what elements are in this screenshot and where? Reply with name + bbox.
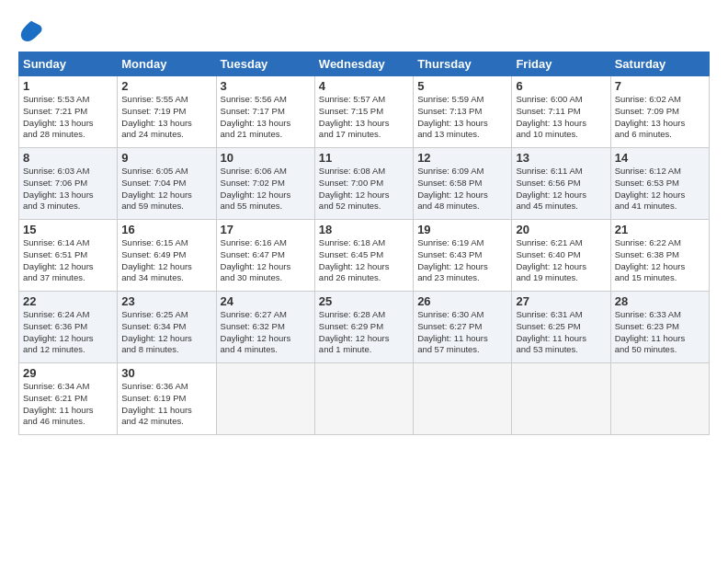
calendar-cell: 10Sunrise: 6:06 AM Sunset: 7:02 PM Dayli…	[216, 148, 314, 220]
week-row-0: 1Sunrise: 5:53 AM Sunset: 7:21 PM Daylig…	[19, 76, 710, 148]
day-number: 6	[516, 79, 606, 93]
day-info: Sunrise: 5:56 AM Sunset: 7:17 PM Dayligh…	[221, 94, 311, 141]
header-row: SundayMondayTuesdayWednesdayThursdayFrid…	[19, 52, 710, 76]
day-info: Sunrise: 5:55 AM Sunset: 7:19 PM Dayligh…	[121, 94, 211, 141]
calendar-cell: 4Sunrise: 5:57 AM Sunset: 7:15 PM Daylig…	[314, 76, 413, 148]
day-number: 5	[417, 79, 507, 93]
day-info: Sunrise: 6:06 AM Sunset: 7:02 PM Dayligh…	[221, 166, 311, 213]
day-number: 28	[615, 294, 705, 308]
calendar-cell: 9Sunrise: 6:05 AM Sunset: 7:04 PM Daylig…	[118, 148, 216, 220]
calendar-cell: 15Sunrise: 6:14 AM Sunset: 6:51 PM Dayli…	[19, 220, 118, 292]
header-day-thursday: Thursday	[414, 52, 512, 76]
day-info: Sunrise: 6:30 AM Sunset: 6:27 PM Dayligh…	[417, 309, 507, 356]
day-info: Sunrise: 6:27 AM Sunset: 6:32 PM Dayligh…	[221, 309, 311, 356]
calendar-cell: 21Sunrise: 6:22 AM Sunset: 6:38 PM Dayli…	[610, 220, 709, 292]
day-number: 16	[121, 223, 211, 236]
calendar-cell: 20Sunrise: 6:21 AM Sunset: 6:40 PM Dayli…	[512, 220, 610, 292]
calendar-cell: 22Sunrise: 6:24 AM Sunset: 6:36 PM Dayli…	[19, 292, 118, 363]
calendar-cell	[512, 363, 610, 435]
calendar-cell: 28Sunrise: 6:33 AM Sunset: 6:23 PM Dayli…	[610, 292, 709, 363]
day-number: 27	[516, 294, 606, 308]
header-day-wednesday: Wednesday	[314, 52, 413, 76]
day-info: Sunrise: 6:00 AM Sunset: 7:11 PM Dayligh…	[516, 94, 606, 141]
calendar-cell: 27Sunrise: 6:31 AM Sunset: 6:25 PM Dayli…	[512, 292, 610, 363]
header-day-sunday: Sunday	[19, 52, 118, 76]
main-container: SundayMondayTuesdayWednesdayThursdayFrid…	[0, 0, 728, 444]
week-row-4: 29Sunrise: 6:34 AM Sunset: 6:21 PM Dayli…	[19, 363, 710, 435]
calendar-cell: 29Sunrise: 6:34 AM Sunset: 6:21 PM Dayli…	[19, 363, 118, 435]
day-number: 20	[516, 223, 606, 236]
day-number: 14	[615, 151, 705, 165]
day-number: 13	[516, 151, 606, 165]
calendar-cell	[414, 363, 512, 435]
header	[18, 15, 710, 44]
day-number: 21	[615, 223, 705, 236]
calendar-cell: 30Sunrise: 6:36 AM Sunset: 6:19 PM Dayli…	[118, 363, 216, 435]
calendar-cell: 3Sunrise: 5:56 AM Sunset: 7:17 PM Daylig…	[216, 76, 314, 148]
day-info: Sunrise: 6:31 AM Sunset: 6:25 PM Dayligh…	[516, 309, 606, 356]
calendar-cell: 2Sunrise: 5:55 AM Sunset: 7:19 PM Daylig…	[118, 76, 216, 148]
calendar-cell: 11Sunrise: 6:08 AM Sunset: 7:00 PM Dayli…	[314, 148, 413, 220]
day-number: 18	[319, 223, 409, 236]
day-info: Sunrise: 6:12 AM Sunset: 6:53 PM Dayligh…	[615, 166, 705, 213]
calendar-cell: 16Sunrise: 6:15 AM Sunset: 6:49 PM Dayli…	[118, 220, 216, 292]
day-info: Sunrise: 6:33 AM Sunset: 6:23 PM Dayligh…	[615, 309, 705, 356]
day-number: 17	[221, 223, 311, 236]
day-info: Sunrise: 6:16 AM Sunset: 6:47 PM Dayligh…	[221, 237, 311, 284]
day-number: 4	[319, 79, 409, 93]
day-info: Sunrise: 5:57 AM Sunset: 7:15 PM Dayligh…	[319, 94, 409, 141]
week-row-1: 8Sunrise: 6:03 AM Sunset: 7:06 PM Daylig…	[19, 148, 710, 220]
calendar-cell: 12Sunrise: 6:09 AM Sunset: 6:58 PM Dayli…	[414, 148, 512, 220]
day-info: Sunrise: 6:19 AM Sunset: 6:43 PM Dayligh…	[417, 237, 507, 284]
day-info: Sunrise: 5:53 AM Sunset: 7:21 PM Dayligh…	[23, 94, 113, 141]
calendar-cell: 17Sunrise: 6:16 AM Sunset: 6:47 PM Dayli…	[216, 220, 314, 292]
day-info: Sunrise: 6:34 AM Sunset: 6:21 PM Dayligh…	[23, 381, 113, 428]
calendar-cell	[216, 363, 314, 435]
calendar-cell: 19Sunrise: 6:19 AM Sunset: 6:43 PM Dayli…	[414, 220, 512, 292]
calendar-table: SundayMondayTuesdayWednesdayThursdayFrid…	[18, 52, 710, 435]
calendar-cell: 1Sunrise: 5:53 AM Sunset: 7:21 PM Daylig…	[19, 76, 118, 148]
header-day-friday: Friday	[512, 52, 610, 76]
day-info: Sunrise: 6:03 AM Sunset: 7:06 PM Dayligh…	[23, 166, 113, 213]
calendar-cell	[610, 363, 709, 435]
day-number: 15	[23, 223, 113, 236]
calendar-cell: 23Sunrise: 6:25 AM Sunset: 6:34 PM Dayli…	[118, 292, 216, 363]
day-info: Sunrise: 6:18 AM Sunset: 6:45 PM Dayligh…	[319, 237, 409, 284]
day-number: 30	[121, 366, 211, 380]
day-number: 3	[221, 79, 311, 93]
calendar-cell: 25Sunrise: 6:28 AM Sunset: 6:29 PM Dayli…	[314, 292, 413, 363]
day-info: Sunrise: 6:24 AM Sunset: 6:36 PM Dayligh…	[23, 309, 113, 356]
day-number: 29	[23, 366, 113, 380]
day-number: 26	[417, 294, 507, 308]
calendar-cell: 7Sunrise: 6:02 AM Sunset: 7:09 PM Daylig…	[610, 76, 709, 148]
logo	[18, 18, 48, 44]
day-info: Sunrise: 6:08 AM Sunset: 7:00 PM Dayligh…	[319, 166, 409, 213]
calendar-cell: 5Sunrise: 5:59 AM Sunset: 7:13 PM Daylig…	[414, 76, 512, 148]
day-number: 10	[221, 151, 311, 165]
day-info: Sunrise: 6:05 AM Sunset: 7:04 PM Dayligh…	[121, 166, 211, 213]
calendar-cell: 26Sunrise: 6:30 AM Sunset: 6:27 PM Dayli…	[414, 292, 512, 363]
day-info: Sunrise: 6:25 AM Sunset: 6:34 PM Dayligh…	[121, 309, 211, 356]
header-day-tuesday: Tuesday	[216, 52, 314, 76]
day-info: Sunrise: 6:14 AM Sunset: 6:51 PM Dayligh…	[23, 237, 113, 284]
day-number: 23	[121, 294, 211, 308]
calendar-cell: 13Sunrise: 6:11 AM Sunset: 6:56 PM Dayli…	[512, 148, 610, 220]
day-number: 8	[23, 151, 113, 165]
header-day-saturday: Saturday	[610, 52, 709, 76]
day-info: Sunrise: 6:36 AM Sunset: 6:19 PM Dayligh…	[121, 381, 211, 428]
day-number: 2	[121, 79, 211, 93]
logo-icon	[18, 18, 44, 44]
calendar-cell: 18Sunrise: 6:18 AM Sunset: 6:45 PM Dayli…	[314, 220, 413, 292]
day-number: 11	[319, 151, 409, 165]
calendar-cell: 14Sunrise: 6:12 AM Sunset: 6:53 PM Dayli…	[610, 148, 709, 220]
week-row-2: 15Sunrise: 6:14 AM Sunset: 6:51 PM Dayli…	[19, 220, 710, 292]
day-number: 1	[23, 79, 113, 93]
calendar-cell: 24Sunrise: 6:27 AM Sunset: 6:32 PM Dayli…	[216, 292, 314, 363]
week-row-3: 22Sunrise: 6:24 AM Sunset: 6:36 PM Dayli…	[19, 292, 710, 363]
day-number: 22	[23, 294, 113, 308]
calendar-cell: 8Sunrise: 6:03 AM Sunset: 7:06 PM Daylig…	[19, 148, 118, 220]
day-number: 12	[417, 151, 507, 165]
header-day-monday: Monday	[118, 52, 216, 76]
day-info: Sunrise: 6:11 AM Sunset: 6:56 PM Dayligh…	[516, 166, 606, 213]
day-info: Sunrise: 5:59 AM Sunset: 7:13 PM Dayligh…	[417, 94, 507, 141]
